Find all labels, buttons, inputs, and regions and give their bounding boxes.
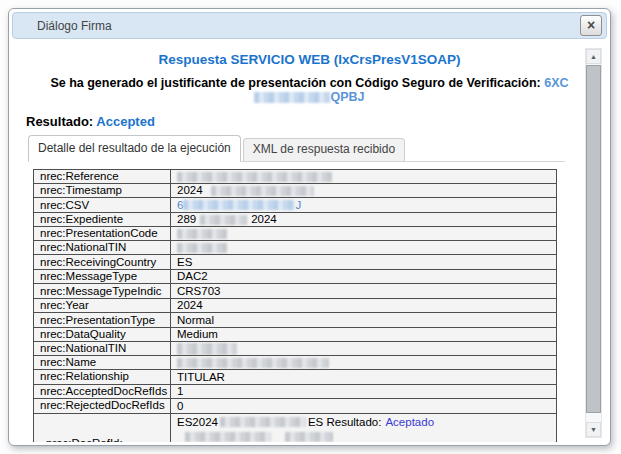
dialog-content: Respuesta SERVICIO WEB (IxCrsPresV1SOAP)… (12, 40, 607, 442)
result-line: Resultado: Accepted (12, 114, 607, 129)
scroll-up-button[interactable]: ▲ (586, 49, 601, 64)
row-label: nrec:DocRefId: (40, 436, 166, 442)
row-value-cell (171, 227, 557, 241)
cell-value: ES2024 (177, 415, 218, 429)
cell-value: ES Resultado: (308, 415, 382, 429)
table-row: nrec:CSV6J (34, 198, 557, 212)
csv-message: Se ha generado el justificante de presen… (12, 76, 607, 104)
cell-value: 2024 (177, 184, 203, 197)
result-label: Resultado: (26, 114, 96, 129)
row-value-cell: 1 (171, 384, 557, 398)
dialog-titlebar[interactable]: Diálogo Firma × (12, 12, 607, 39)
row-label-cell: nrec:PresentationCode (34, 227, 171, 241)
result-table: nrec:Referencenrec:Timestamp2024nrec:CSV… (33, 169, 557, 442)
row-label-cell: nrec:PresentationType (34, 313, 171, 327)
row-label-cell: nrec:MessageType (34, 269, 171, 283)
row-label-cell: nrec:Expediente (34, 212, 171, 226)
table-row: nrec:DocRefId:ES2024ES Resultado:Aceptad… (34, 413, 557, 442)
table-row: nrec:NationalTIN (34, 342, 557, 356)
tab-xml-response[interactable]: XML de respuesta recibido (243, 138, 405, 161)
table-row: nrec:NationalTIN (34, 241, 557, 255)
row-label-cell: nrec:NationalTIN (34, 342, 171, 356)
redacted-value (285, 432, 333, 442)
redacted-value (177, 229, 227, 239)
row-label-cell: nrec:Timestamp (34, 184, 171, 198)
row-label-cell: nrec:DocRefId: (34, 413, 171, 442)
scroll-up-icon: ▲ (590, 53, 597, 60)
row-label-cell: nrec:Reference (34, 170, 171, 184)
row-value-cell: TITULAR (171, 370, 557, 384)
row-label-cell: nrec:DataQuality (34, 327, 171, 341)
row-value-cell: 6J (171, 198, 557, 212)
cell-value: Normal (177, 314, 214, 327)
table-row: nrec:RejectedDocRefIds0 (34, 399, 557, 413)
csv-code-start: 6XC (544, 76, 568, 90)
cell-value: 2024 (251, 213, 277, 226)
table-row: nrec:AcceptedDocRefIds1 (34, 384, 557, 398)
screen: Diálogo Firma × Respuesta SERVICIO WEB (… (0, 0, 621, 454)
table-row: nrec:MessageTypeDAC2 (34, 269, 557, 283)
dialog-title: Diálogo Firma (37, 19, 112, 33)
table-row: nrec:PresentationCode (34, 227, 557, 241)
scroll-down-icon: ▼ (590, 426, 597, 433)
cell-value: CRS703 (177, 285, 220, 298)
row-label-cell: nrec:RejectedDocRefIds (34, 399, 171, 413)
close-icon: × (587, 17, 595, 33)
table-row: nrec:DataQualityMedium (34, 327, 557, 341)
cell-value: Aceptado (385, 415, 434, 429)
redacted-value (177, 358, 329, 368)
redacted-value (183, 200, 295, 210)
row-value-cell: ES2024ES Resultado:Aceptado (171, 413, 557, 442)
redacted-value (211, 186, 314, 196)
row-label-cell: nrec:NationalTIN (34, 241, 171, 255)
row-label-cell: nrec:Relationship (34, 370, 171, 384)
result-table-body: nrec:Referencenrec:Timestamp2024nrec:CSV… (34, 170, 557, 443)
result-value: Accepted (96, 114, 155, 129)
row-label-cell: nrec:MessageTypeIndic (34, 284, 171, 298)
cell-value: 0 (177, 400, 183, 413)
signature-dialog: Diálogo Firma × Respuesta SERVICIO WEB (… (8, 8, 611, 446)
table-row: nrec:ReceivingCountryES (34, 255, 557, 269)
table-row: nrec:Expediente2892024 (34, 212, 557, 226)
redacted-value (220, 417, 306, 427)
row-value-cell: Normal (171, 313, 557, 327)
cell-value: TITULAR (177, 371, 225, 384)
row-label-cell: nrec:ReceivingCountry (34, 255, 171, 269)
cell-value: 2024 (177, 299, 203, 312)
cell-value: ES (177, 256, 192, 269)
table-row: nrec:Year2024 (34, 298, 557, 312)
response-heading: Respuesta SERVICIO WEB (IxCrsPresV1SOAP) (12, 52, 607, 67)
redacted-value (185, 432, 271, 442)
redacted-value (177, 172, 332, 182)
value-line (177, 429, 552, 442)
scrollbar-thumb[interactable] (586, 65, 601, 413)
table-row: nrec:RelationshipTITULAR (34, 370, 557, 384)
row-value-cell: 2024 (171, 298, 557, 312)
row-value-cell (171, 356, 557, 370)
csv-code-end: QPBJ (330, 90, 364, 104)
vertical-scrollbar[interactable]: ▲ ▼ (585, 48, 602, 438)
row-label-cell: nrec:CSV (34, 198, 171, 212)
csv-message-text: Se ha generado el justificante de presen… (50, 76, 544, 90)
row-value-cell: 0 (171, 399, 557, 413)
redacted-value (177, 343, 237, 355)
row-label-cell: nrec:AcceptedDocRefIds (34, 384, 171, 398)
table-row: nrec:PresentationTypeNormal (34, 313, 557, 327)
cell-value: J (295, 199, 301, 212)
close-button[interactable]: × (580, 15, 602, 36)
row-label-cell: nrec:Name (34, 356, 171, 370)
redacted-csv-code (254, 92, 330, 103)
tab-execution-result-detail[interactable]: Detalle del resultado de la ejecución (28, 135, 241, 162)
row-value-cell: CRS703 (171, 284, 557, 298)
redacted-value (177, 243, 227, 253)
tab-bar: Detalle del resultado de la ejecución XM… (28, 135, 565, 162)
row-label-cell: nrec:Year (34, 298, 171, 312)
value-line: ES2024ES Resultado:Aceptado (177, 414, 552, 429)
table-row: nrec:MessageTypeIndicCRS703 (34, 284, 557, 298)
redacted-value (200, 215, 247, 225)
row-value-cell: ES (171, 255, 557, 269)
cell-value: 1 (177, 385, 183, 398)
table-row: nrec:Name (34, 356, 557, 370)
scroll-down-button[interactable]: ▼ (586, 422, 601, 437)
row-value-cell: 2892024 (171, 212, 557, 226)
